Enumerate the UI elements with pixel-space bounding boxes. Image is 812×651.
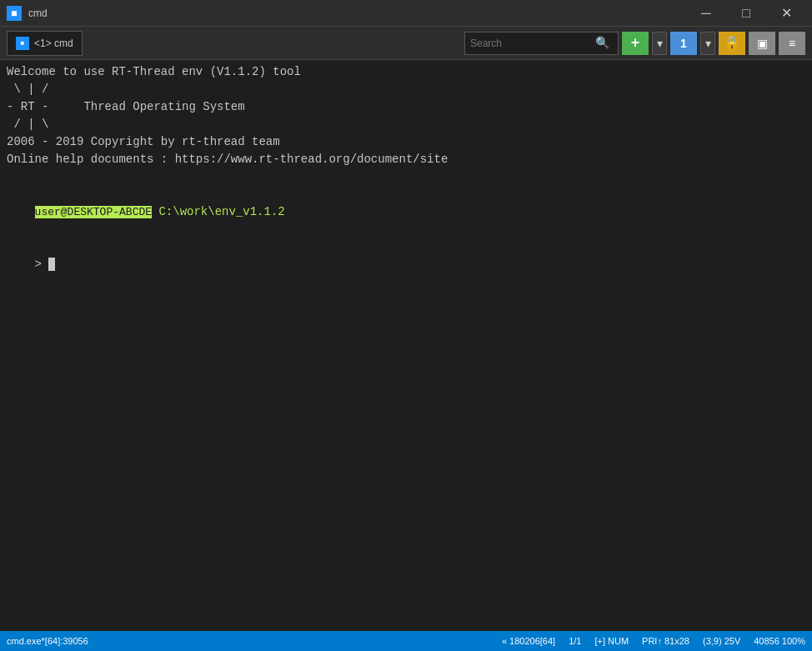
terminal-cursor: [48, 258, 55, 271]
terminal-line-2: \ | /: [7, 81, 805, 98]
prompt-path: C:\work\env_v1.1.2: [152, 205, 285, 218]
tab-label: <1> cmd: [34, 38, 73, 49]
prompt-username: user@DESKTOP-ABCDE: [35, 206, 152, 218]
prompt-symbol: >: [35, 258, 49, 271]
terminal-line-5: 2006 - 2019 Copyright by rt-thread team: [7, 133, 805, 151]
pane2-button[interactable]: ≡: [779, 32, 805, 55]
status-bar: cmd.exe*[64]:39056 « 180206[64] 1/1 [+] …: [0, 631, 812, 651]
pane1-button[interactable]: ▣: [749, 32, 775, 55]
search-box[interactable]: 🔍: [464, 32, 619, 55]
terminal-line-4: / | \: [7, 116, 805, 133]
search-icon: 🔍: [595, 36, 609, 50]
add-dropdown-button[interactable]: ▾: [652, 32, 667, 55]
terminal-line-6: Online help documents : https://www.rt-t…: [7, 151, 805, 168]
close-button[interactable]: ✕: [767, 0, 805, 27]
window-controls: ─ □ ✕: [687, 0, 805, 27]
status-info5: (3,9) 25V: [703, 636, 740, 646]
terminal-input-line: >: [7, 238, 805, 291]
nav-dropdown-button[interactable]: ▾: [700, 32, 715, 55]
status-info1: « 180206[64]: [502, 636, 555, 646]
status-info4: PRI↑ 81x28: [642, 636, 689, 646]
terminal-spacer: [7, 168, 805, 186]
terminal-line-1: Welcome to use RT-Thread env (V1.1.2) to…: [7, 63, 805, 81]
title-bar: ■ cmd ─ □ ✕: [0, 0, 812, 27]
status-info6: 40856 100%: [754, 636, 805, 646]
status-process: cmd.exe*[64]:39056: [7, 636, 489, 646]
toolbar: ■ <1> cmd 🔍 + ▾ 1 ▾ 🔒 ▣ ≡: [0, 27, 812, 60]
terminal[interactable]: Welcome to use RT-Thread env (V1.1.2) to…: [0, 60, 812, 631]
terminal-prompt-line: user@DESKTOP-ABCDE C:\work\env_v1.1.2: [7, 186, 805, 238]
add-button[interactable]: +: [622, 32, 649, 55]
tab-cmd[interactable]: ■ <1> cmd: [7, 31, 83, 56]
nav-button[interactable]: 1: [670, 32, 697, 55]
app-icon: ■: [7, 6, 22, 21]
terminal-line-3: - RT - Thread Operating System: [7, 98, 805, 116]
minimize-button[interactable]: ─: [687, 0, 725, 27]
status-info2: 1/1: [569, 636, 581, 646]
maximize-button[interactable]: □: [727, 0, 765, 27]
tab-icon: ■: [16, 37, 29, 50]
lock-button[interactable]: 🔒: [719, 32, 745, 55]
search-input[interactable]: [470, 38, 595, 49]
status-right: « 180206[64] 1/1 [+] NUM PRI↑ 81x28 (3,9…: [502, 636, 805, 646]
window-title: cmd: [28, 8, 687, 19]
status-info3: [+] NUM: [594, 636, 629, 646]
